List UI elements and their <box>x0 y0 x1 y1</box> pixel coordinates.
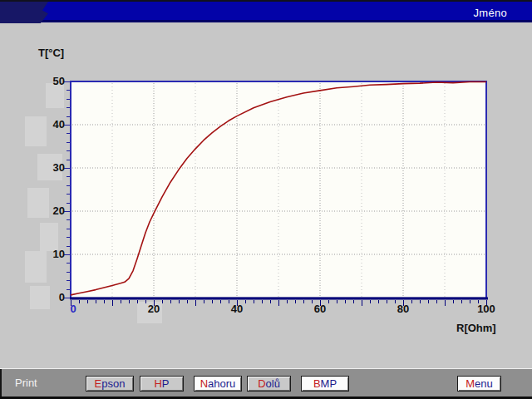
hp-button[interactable]: HP <box>140 376 184 392</box>
nahoru-button[interactable]: Nahoru <box>194 376 242 392</box>
print-label: Print <box>15 377 37 389</box>
y-axis-title: T[°C] <box>38 47 64 59</box>
button-hotkey-letter: N <box>200 378 208 389</box>
bmp-button[interactable]: BMP <box>301 376 349 392</box>
x-tick-label: 40 <box>219 303 255 315</box>
button-label-rest: MP <box>321 378 337 389</box>
y-tick-label: 40 <box>33 118 65 131</box>
y-tick-label: 30 <box>33 161 65 174</box>
app-window: Jméno T[°C] R[Ohm] 010203040502040608010… <box>0 0 532 399</box>
button-hotkey-letter: M <box>466 378 475 389</box>
x-tick-label: 80 <box>385 303 421 315</box>
button-label-rest: pson <box>101 378 125 389</box>
button-hotkey-letter: D <box>258 378 265 389</box>
y-tick-label: 20 <box>33 204 65 217</box>
y-tick-label: 0 <box>33 291 65 303</box>
x-tick-label: 20 <box>135 303 172 315</box>
x-tick-label: 100 <box>468 303 505 315</box>
y-tick-label: 10 <box>33 248 65 260</box>
x-axis-title: R[Ohm] <box>456 322 496 334</box>
dolu-button[interactable]: Dolů <box>247 376 291 392</box>
x-origin-label: 0 <box>68 303 78 315</box>
button-hotkey-letter: E <box>95 378 102 389</box>
button-label-rest: ahoru <box>208 378 235 389</box>
chart-canvas <box>0 0 532 399</box>
menu-button[interactable]: Menu <box>457 376 501 392</box>
footer-bar: Print EpsonHPNahoruDolůBMPMenu <box>0 368 532 399</box>
button-hotkey-letter: H <box>154 378 161 389</box>
button-label-rest: olů <box>266 378 280 389</box>
x-tick-label: 60 <box>302 303 338 315</box>
button-label-rest: P <box>162 378 170 389</box>
y-tick-label: 50 <box>33 75 65 87</box>
button-hotkey-letter: B <box>313 378 321 389</box>
epson-button[interactable]: Epson <box>86 376 134 392</box>
button-label-rest: enu <box>475 378 493 389</box>
